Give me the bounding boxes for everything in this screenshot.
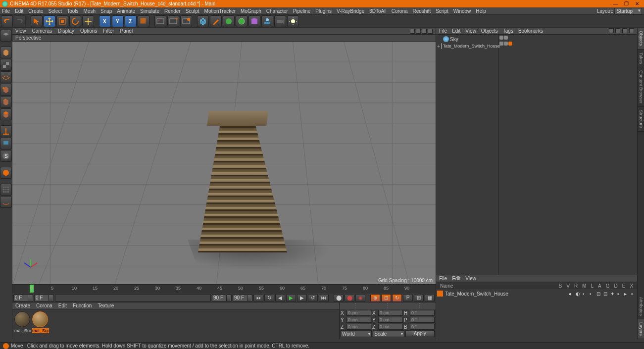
scale-tool-button[interactable] xyxy=(56,15,68,27)
tree-row-model[interactable]: + Tate_Modern_Switch_House xyxy=(437,43,497,50)
mat-menu-edit[interactable]: Edit xyxy=(58,303,67,308)
menu-script[interactable]: Script xyxy=(436,8,448,14)
make-editable-button[interactable] xyxy=(0,30,12,42)
goto-end-button[interactable]: ⏭ xyxy=(319,294,329,302)
tab-takes[interactable]: Takes xyxy=(638,50,644,68)
mat-menu-corona[interactable]: Corona xyxy=(36,303,52,308)
record-key-button[interactable]: ⬤ xyxy=(334,294,344,302)
menu-character[interactable]: Character xyxy=(266,8,288,14)
menu-motiontracker[interactable]: MotionTracker xyxy=(204,8,236,14)
menu-window[interactable]: Window xyxy=(453,8,471,14)
material-thumb-1[interactable]: mat_Bui xyxy=(14,311,31,335)
play-button[interactable]: ▶ xyxy=(286,294,296,302)
size-x-field[interactable]: 0 cm xyxy=(378,310,403,316)
menu-edit[interactable]: Edit xyxy=(15,8,23,14)
flag[interactable]: ⊡ xyxy=(603,291,608,297)
mat-menu-texture[interactable]: Texture xyxy=(98,303,114,308)
om-view[interactable]: View xyxy=(465,28,476,34)
attr-file[interactable]: File xyxy=(439,276,447,281)
camera-button[interactable] xyxy=(274,15,286,27)
axis-x-button[interactable]: X xyxy=(99,15,111,27)
menu-pipeline[interactable]: Pipeline xyxy=(293,8,311,14)
key-scale-button[interactable]: ⊡ xyxy=(381,294,391,302)
menu-plugins[interactable]: Plugins xyxy=(315,8,332,14)
flag[interactable]: ▸ xyxy=(624,291,629,297)
coord-space-select[interactable]: World xyxy=(341,330,372,337)
flag[interactable]: ● xyxy=(569,291,574,297)
layout-select[interactable]: Startup xyxy=(614,8,642,14)
redo-button[interactable] xyxy=(14,15,26,27)
menu-create[interactable]: Create xyxy=(28,8,43,14)
rot-b-field[interactable]: 0 ° xyxy=(410,324,435,330)
om-bookmarks[interactable]: Bookmarks xyxy=(518,28,543,34)
keyframe-sel-button[interactable]: ◉ xyxy=(355,294,365,302)
flag[interactable]: ▪ xyxy=(583,291,588,297)
visibility-dot[interactable] xyxy=(499,36,503,40)
point-mode-button[interactable] xyxy=(0,84,12,96)
viewport-solo-button[interactable] xyxy=(0,138,12,150)
time-slider[interactable] xyxy=(55,295,211,301)
vp-menu-view[interactable]: View xyxy=(15,28,26,34)
render-picture-button[interactable] xyxy=(167,15,179,27)
move-tool-button[interactable] xyxy=(44,15,55,27)
menu-redshift[interactable]: Redshift xyxy=(413,8,431,14)
undo-button[interactable] xyxy=(1,15,13,27)
axis-mode-button[interactable] xyxy=(0,125,12,137)
subdivision-button[interactable] xyxy=(223,15,235,27)
vp-maximize-icon[interactable] xyxy=(428,29,433,34)
tag-icon[interactable] xyxy=(508,42,512,46)
flag[interactable]: ▪ xyxy=(631,291,636,297)
menu-mesh[interactable]: Mesh xyxy=(84,8,96,14)
maximize-button[interactable]: ❐ xyxy=(621,0,631,7)
project-end-field[interactable]: 90 F xyxy=(233,295,252,301)
current-frame-field[interactable]: 0 F xyxy=(34,295,54,301)
flag[interactable]: ▪ xyxy=(617,291,622,297)
tree-expand[interactable]: + xyxy=(437,44,440,49)
cube-primitive-button[interactable] xyxy=(197,15,209,27)
next-frame-button[interactable]: ▶ xyxy=(297,294,307,302)
flag[interactable]: ◐ xyxy=(576,291,581,297)
om-eye-icon[interactable] xyxy=(622,28,627,33)
coord-system-button[interactable] xyxy=(138,15,149,27)
range-end-field[interactable]: 90 F xyxy=(212,295,232,301)
material-thumb-2[interactable]: mat_Squ xyxy=(32,311,49,335)
soft-select-button[interactable] xyxy=(0,167,12,179)
flag[interactable]: ✦ xyxy=(610,291,615,297)
size-z-field[interactable]: 0 cm xyxy=(378,324,403,330)
vp-menu-filter[interactable]: Filter xyxy=(103,28,114,34)
menu-render[interactable]: Render xyxy=(164,8,181,14)
mat-menu-function[interactable]: Function xyxy=(73,303,92,308)
om-objects[interactable]: Objects xyxy=(481,28,498,34)
autokey-button[interactable]: ⬤ xyxy=(345,294,354,302)
menu-mograph[interactable]: MoGraph xyxy=(241,8,261,14)
flag[interactable]: ▪ xyxy=(590,291,594,297)
render-dot[interactable] xyxy=(504,36,508,40)
rot-p-field[interactable]: 0 ° xyxy=(410,317,435,323)
vp-menu-panel[interactable]: Panel xyxy=(120,28,133,34)
tab-content-browser[interactable]: Content Browser xyxy=(638,67,644,107)
goto-next-key-button[interactable]: ↺ xyxy=(308,294,318,302)
model-mode-button[interactable] xyxy=(0,47,12,58)
minimize-button[interactable]: — xyxy=(610,0,620,7)
flag[interactable]: ⊡ xyxy=(596,291,601,297)
tweak-button[interactable] xyxy=(0,184,12,196)
tab-attributes[interactable]: Attributes xyxy=(638,294,644,319)
mat-menu-create[interactable]: Create xyxy=(15,303,30,308)
layer-color-icon[interactable] xyxy=(437,291,443,297)
menu-select[interactable]: Select xyxy=(48,8,62,14)
om-tags[interactable]: Tags xyxy=(503,28,513,34)
polygon-mode-button[interactable] xyxy=(0,108,12,120)
rot-h-field[interactable]: 0 ° xyxy=(410,310,435,316)
last-tool-button[interactable] xyxy=(82,15,94,27)
om-edit[interactable]: Edit xyxy=(452,28,460,34)
goto-prev-key-button[interactable]: ↻ xyxy=(264,294,274,302)
key-pla-button[interactable]: ⊞ xyxy=(414,294,424,302)
render-view-button[interactable] xyxy=(154,15,166,27)
timeline-ruler[interactable]: 0 5 10 15 20 25 30 35 40 45 50 55 60 65 … xyxy=(12,284,436,293)
coord-mode-select[interactable]: Scale xyxy=(373,330,404,337)
vp-menu-cameras[interactable]: Cameras xyxy=(32,28,52,34)
coord-apply-button[interactable]: Apply xyxy=(405,330,435,337)
attr-edit[interactable]: Edit xyxy=(452,276,460,281)
menu-simulate[interactable]: Simulate xyxy=(140,8,159,14)
pos-z-field[interactable]: 0 cm xyxy=(347,324,371,330)
